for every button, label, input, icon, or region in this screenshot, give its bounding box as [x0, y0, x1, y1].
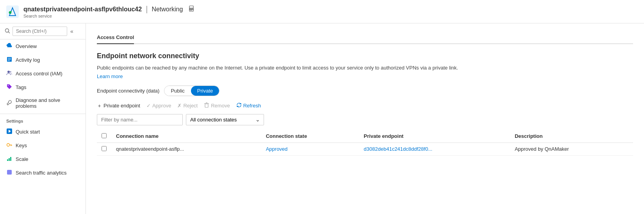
refresh-label: Refresh	[243, 103, 261, 109]
svg-rect-27	[7, 170, 12, 175]
plus-icon: ＋	[97, 102, 102, 109]
checkmark-icon: ✓	[146, 103, 151, 109]
search-icon	[5, 28, 10, 35]
svg-point-20	[7, 144, 10, 146]
filter-row: All connection states	[97, 114, 633, 125]
key-icon	[6, 142, 12, 149]
sidebar-item-diagnose-label: Diagnose and solve problems	[16, 97, 79, 109]
svg-rect-8	[190, 10, 192, 11]
toggle-public[interactable]: Public	[164, 86, 191, 96]
content-description: Public endpoints can be reached by any m…	[97, 64, 633, 72]
table-header-private-endpoint: Private endpoint	[359, 130, 510, 143]
svg-point-17	[8, 85, 9, 86]
wrench-icon	[6, 100, 12, 107]
table-row: qnatestprivateendpoint-asflp... Approved…	[97, 143, 633, 155]
refresh-icon	[236, 102, 242, 109]
sidebar-item-diagnose[interactable]: Diagnose and solve problems	[0, 94, 86, 112]
search-input[interactable]	[12, 27, 67, 36]
top-bar: qnatestprivateendpoint-asflpv6thlouc42 |…	[0, 0, 644, 23]
table-header-connection-name: Connection name	[111, 130, 261, 143]
table-header-description: Description	[510, 130, 633, 143]
sidebar: « Overview Activity log	[0, 23, 86, 214]
iam-icon	[6, 70, 12, 77]
connectivity-row: Endpoint connectivity (data) Public Priv…	[97, 86, 633, 96]
log-icon	[6, 56, 12, 64]
row-private-endpoint: d3082deb41c241dc8ddf28f0...	[359, 143, 510, 155]
filter-state-select[interactable]: All connection states	[186, 114, 264, 125]
table-header-connection-state: Connection state	[261, 130, 359, 143]
azure-logo	[6, 5, 19, 18]
filter-name-input[interactable]	[97, 114, 183, 125]
tag-icon	[6, 84, 12, 91]
cloud-icon	[6, 43, 12, 50]
reject-label: Reject	[183, 103, 198, 109]
quickstart-icon	[6, 128, 12, 136]
sidebar-item-overview[interactable]: Overview	[0, 39, 86, 53]
connectivity-label: Endpoint connectivity (data)	[97, 88, 159, 94]
connections-table: Connection name Connection state Private…	[97, 130, 633, 156]
sidebar-item-iam[interactable]: Access control (IAM)	[0, 67, 86, 80]
reject-button[interactable]: ✗ Reject	[177, 103, 198, 109]
refresh-button[interactable]: Refresh	[236, 102, 261, 109]
approve-button[interactable]: ✓ Approve	[146, 103, 171, 109]
svg-rect-24	[7, 159, 8, 161]
main-content: Access Control Endpoint network connecti…	[86, 23, 644, 214]
row-connection-state: Approved	[261, 143, 359, 155]
sidebar-item-search-traffic-label: Search traffic analytics	[16, 170, 67, 176]
remove-button[interactable]: Remove	[204, 102, 230, 109]
tab-bar: Access Control	[97, 31, 633, 44]
sidebar-item-search-traffic[interactable]: Search traffic analytics	[0, 166, 86, 180]
section-name: Networking	[152, 6, 183, 13]
page-title: Endpoint network connectivity	[97, 52, 633, 60]
svg-rect-28	[205, 104, 208, 107]
resource-name: qnatestprivateendpoint-asflpv6thlouc42	[23, 6, 142, 13]
search-traffic-icon	[6, 169, 12, 177]
scale-icon	[6, 155, 12, 163]
sidebar-item-tags-label: Tags	[16, 84, 26, 90]
connectivity-toggle: Public Private	[164, 86, 219, 96]
svg-rect-7	[190, 9, 193, 10]
row-connection-name: qnatestprivateendpoint-asflp...	[111, 143, 261, 155]
table-body: qnatestprivateendpoint-asflp... Approved…	[97, 143, 633, 155]
svg-rect-5	[189, 6, 193, 8]
svg-rect-26	[10, 157, 11, 161]
private-endpoint-link[interactable]: d3082deb41c241dc8ddf28f0...	[364, 146, 432, 152]
sidebar-item-tags[interactable]: Tags	[0, 80, 86, 94]
table-header: Connection name Connection state Private…	[97, 130, 633, 143]
sidebar-item-keys[interactable]: Keys	[0, 139, 86, 152]
resource-title-group: qnatestprivateendpoint-asflpv6thlouc42 |…	[23, 5, 194, 18]
sidebar-item-iam-label: Access control (IAM)	[16, 71, 62, 77]
sidebar-item-activity-log-label: Activity log	[16, 57, 40, 63]
filter-state-wrapper: All connection states	[186, 114, 264, 125]
tab-access-control[interactable]: Access Control	[97, 31, 134, 44]
svg-point-16	[10, 71, 11, 73]
sidebar-item-scale[interactable]: Scale	[0, 152, 86, 166]
sidebar-item-activity-log[interactable]: Activity log	[0, 53, 86, 67]
remove-label: Remove	[211, 103, 230, 109]
svg-point-15	[7, 71, 10, 73]
svg-rect-25	[9, 158, 10, 161]
learn-more-link[interactable]: Learn more	[97, 73, 123, 79]
sidebar-item-quickstart-label: Quick start	[16, 129, 40, 135]
select-all-checkbox[interactable]	[102, 133, 107, 138]
toolbar: ＋ Private endpoint ✓ Approve ✗ Reject	[97, 102, 633, 109]
table-header-checkbox	[97, 130, 111, 143]
row-checkbox-cell	[97, 143, 111, 155]
row-checkbox[interactable]	[102, 146, 107, 151]
sidebar-item-overview-label: Overview	[16, 43, 37, 49]
print-icon[interactable]	[188, 5, 194, 13]
settings-section-label: Settings	[0, 114, 86, 125]
row-description: Approved by QnAMaker	[510, 143, 633, 155]
approve-label: Approve	[152, 103, 171, 109]
add-private-endpoint-button[interactable]: ＋ Private endpoint	[97, 102, 140, 109]
toggle-private[interactable]: Private	[191, 86, 219, 96]
resource-subtitle: Search service	[23, 14, 194, 18]
collapse-button[interactable]: «	[70, 28, 73, 34]
svg-line-10	[9, 32, 10, 33]
sidebar-item-quickstart[interactable]: Quick start	[0, 125, 86, 139]
title-separator: |	[146, 5, 148, 14]
trash-icon	[204, 102, 209, 109]
search-box: «	[0, 23, 86, 39]
x-icon: ✗	[177, 103, 182, 109]
svg-point-9	[5, 29, 9, 32]
